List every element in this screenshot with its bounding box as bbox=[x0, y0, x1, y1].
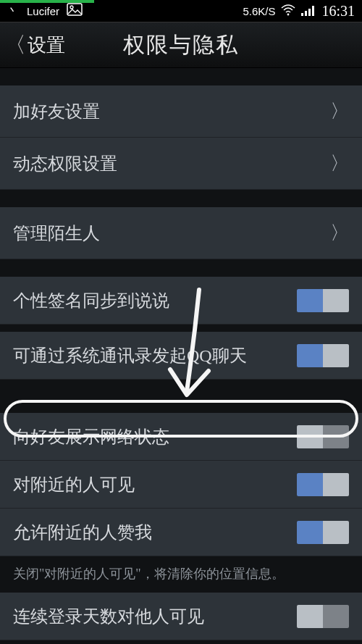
signal-icon bbox=[301, 4, 316, 18]
svg-rect-3 bbox=[301, 13, 303, 16]
hint-streak: 关闭后，他人将不可以和你PK连续登录天数。 bbox=[0, 640, 362, 644]
row-label: 向好友展示网络状态 bbox=[13, 425, 169, 448]
chevron-right-icon: 〉 bbox=[330, 151, 349, 176]
row-manage-stranger[interactable]: 管理陌生人 〉 bbox=[0, 207, 362, 259]
row-show-net[interactable]: 向好友展示网络状态 bbox=[0, 413, 362, 461]
row-label: 可通过系统通讯录发起QQ聊天 bbox=[13, 344, 247, 367]
row-label: 加好友设置 bbox=[13, 100, 100, 123]
section-gap bbox=[0, 259, 362, 277]
svg-rect-0 bbox=[67, 4, 82, 15]
section-gap bbox=[0, 325, 362, 332]
back-label: 设置 bbox=[28, 33, 65, 58]
toggle-show-net[interactable] bbox=[297, 425, 349, 448]
row-sig-sync[interactable]: 个性签名同步到说说 bbox=[0, 277, 362, 325]
row-contacts-qq[interactable]: 可通过系统通讯录发起QQ聊天 bbox=[0, 332, 362, 380]
toggle-nearby-like[interactable] bbox=[297, 521, 349, 544]
row-nearby-visible[interactable]: 对附近的人可见 bbox=[0, 461, 362, 509]
hint-nearby: 关闭"对附近的人可见"，将清除你的位置信息。 bbox=[0, 556, 362, 593]
gallery-icon bbox=[67, 3, 83, 20]
toggle-contacts-qq[interactable] bbox=[297, 344, 349, 367]
row-add-friend[interactable]: 加好友设置 〉 bbox=[0, 85, 362, 138]
chevron-left-icon: 〈 bbox=[4, 34, 26, 56]
row-label: 对附近的人可见 bbox=[13, 473, 135, 496]
row-label: 允许附近的人赞我 bbox=[13, 521, 152, 544]
svg-rect-5 bbox=[308, 9, 311, 16]
toggle-nearby-visible[interactable] bbox=[297, 473, 349, 496]
toggle-sig-sync[interactable] bbox=[297, 289, 349, 312]
svg-point-2 bbox=[287, 13, 290, 15]
status-slash: 丶 bbox=[7, 4, 18, 18]
section-gap bbox=[0, 190, 362, 207]
row-label: 动态权限设置 bbox=[13, 152, 117, 175]
page-title: 权限与隐私 bbox=[123, 30, 239, 60]
row-nearby-like[interactable]: 允许附近的人赞我 bbox=[0, 509, 362, 556]
row-streak-visible[interactable]: 连续登录天数对他人可见 bbox=[0, 593, 362, 640]
status-bar: 丶 Lucifer 5.6K/S 16:31 bbox=[0, 0, 362, 22]
status-speed: 5.6K/S bbox=[243, 5, 275, 17]
svg-rect-4 bbox=[305, 11, 307, 16]
row-label: 管理陌生人 bbox=[13, 222, 100, 245]
header: 〈 设置 权限与隐私 bbox=[0, 22, 362, 68]
back-button[interactable]: 〈 设置 bbox=[0, 33, 65, 58]
section-gap bbox=[0, 68, 362, 85]
wifi-icon bbox=[281, 4, 295, 18]
row-label: 个性签名同步到说说 bbox=[13, 289, 169, 312]
svg-rect-6 bbox=[312, 6, 314, 16]
status-left: 丶 Lucifer bbox=[7, 3, 83, 20]
toggle-streak-visible[interactable] bbox=[297, 605, 349, 628]
svg-point-1 bbox=[70, 6, 73, 9]
status-time: 16:31 bbox=[321, 3, 355, 20]
row-dynamic-perm[interactable]: 动态权限设置 〉 bbox=[0, 138, 362, 190]
chevron-right-icon: 〉 bbox=[330, 220, 349, 246]
status-carrier: Lucifer bbox=[27, 5, 59, 17]
status-accent bbox=[0, 0, 94, 3]
section-gap bbox=[0, 380, 362, 413]
status-right: 5.6K/S 16:31 bbox=[243, 3, 355, 20]
row-label: 连续登录天数对他人可见 bbox=[13, 605, 204, 628]
chevron-right-icon: 〉 bbox=[330, 99, 349, 124]
